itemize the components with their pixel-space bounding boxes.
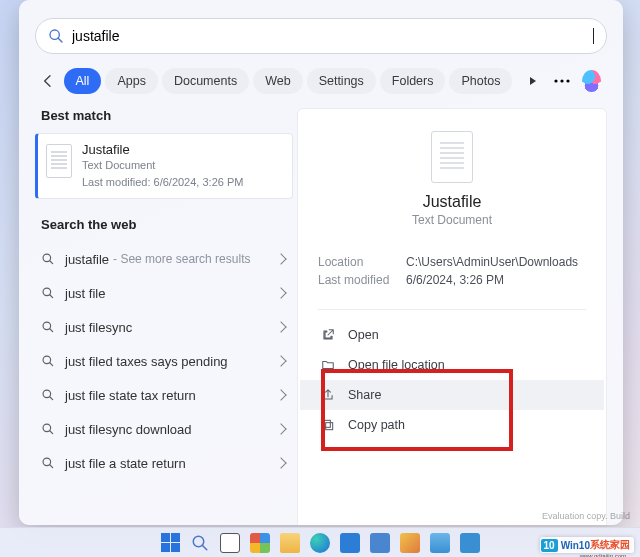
taskbar-explorer-button[interactable]	[279, 532, 301, 554]
folder-icon	[318, 358, 338, 372]
share-icon	[318, 388, 338, 402]
web-result-just-file[interactable]: just file	[35, 276, 293, 310]
filter-photos[interactable]: Photos	[449, 68, 512, 94]
svg-rect-20	[323, 420, 330, 427]
results-content: Best match Justafile Text Document Last …	[35, 108, 607, 525]
action-open[interactable]: Open	[300, 320, 604, 350]
preview-header: Justafile Text Document	[298, 131, 606, 227]
search-box[interactable]	[35, 18, 607, 54]
action-copy-path[interactable]: Copy path	[300, 410, 604, 440]
taskbar-app4-button[interactable]	[459, 532, 481, 554]
filter-documents[interactable]: Documents	[162, 68, 249, 94]
folder-icon	[280, 533, 300, 553]
filter-more-button[interactable]	[522, 69, 543, 93]
search-icon	[48, 28, 64, 44]
search-icon	[41, 388, 55, 402]
chevron-right-icon	[275, 355, 286, 366]
search-icon	[41, 252, 55, 266]
svg-line-14	[50, 397, 53, 400]
store-icon	[340, 533, 360, 553]
preview-meta: Location C:\Users\AdminUser\Downloads La…	[318, 255, 586, 310]
edge-icon	[310, 533, 330, 553]
web-result-hint: - See more search results	[113, 252, 250, 266]
svg-line-12	[50, 363, 53, 366]
chevron-right-icon	[275, 457, 286, 468]
evaluation-watermark: Evaluation copy. Build	[542, 511, 630, 523]
filter-folders[interactable]: Folders	[380, 68, 446, 94]
best-match-text: Justafile Text Document Last modified: 6…	[82, 142, 243, 190]
web-result-state-tax[interactable]: just file state tax return	[35, 378, 293, 412]
widgets-icon	[250, 533, 270, 553]
svg-line-1	[58, 38, 62, 42]
web-result-label: just file a state return	[65, 456, 186, 471]
filter-web[interactable]: Web	[253, 68, 302, 94]
web-result-justafile[interactable]: justafile - See more search results	[35, 242, 293, 276]
chevron-right-icon	[275, 287, 286, 298]
svg-line-22	[202, 545, 207, 550]
taskview-icon	[220, 533, 240, 553]
filter-all[interactable]: All	[64, 68, 102, 94]
web-result-just-filesync[interactable]: just filesync	[35, 310, 293, 344]
web-result-label: justafile	[65, 252, 109, 267]
action-copy-path-label: Copy path	[348, 418, 405, 432]
svg-point-4	[566, 79, 569, 82]
preview-title: Justafile	[314, 193, 590, 211]
web-result-state-return[interactable]: just file a state return	[35, 446, 293, 480]
taskbar-search-button[interactable]	[189, 532, 211, 554]
preview-actions: Open Open file location Share	[298, 320, 606, 440]
app-icon	[400, 533, 420, 553]
web-result-label: just filed taxes says pending	[65, 354, 228, 369]
web-result-label: just file	[65, 286, 105, 301]
taskbar-taskview-button[interactable]	[219, 532, 241, 554]
chevron-right-icon	[275, 389, 286, 400]
best-match-title: Justafile	[82, 142, 243, 157]
action-share[interactable]: Share	[300, 380, 604, 410]
taskbar-app3-button[interactable]	[429, 532, 451, 554]
svg-point-3	[560, 79, 563, 82]
svg-line-8	[50, 295, 53, 298]
search-input[interactable]	[72, 28, 595, 44]
web-result-label: just file state tax return	[65, 388, 196, 403]
app-icon	[430, 533, 450, 553]
search-icon	[41, 286, 55, 300]
windows-logo-icon	[161, 533, 180, 552]
taskbar-start-button[interactable]	[159, 532, 181, 554]
action-open-location-label: Open file location	[348, 358, 445, 372]
back-button[interactable]	[37, 68, 60, 94]
taskbar-edge-button[interactable]	[309, 532, 331, 554]
action-open-label: Open	[348, 328, 379, 342]
meta-location-value: C:\Users\AdminUser\Downloads	[406, 255, 578, 269]
preview-panel: Justafile Text Document Location C:\User…	[297, 108, 607, 525]
best-match-item[interactable]: Justafile Text Document Last modified: 6…	[35, 133, 293, 199]
filter-row: All Apps Documents Web Settings Folders …	[37, 68, 603, 94]
copilot-icon[interactable]	[582, 70, 601, 92]
section-search-web: Search the web	[41, 217, 293, 232]
web-result-taxes-pending[interactable]: just filed taxes says pending	[35, 344, 293, 378]
filter-apps[interactable]: Apps	[105, 68, 158, 94]
open-icon	[318, 328, 338, 342]
action-share-label: Share	[348, 388, 381, 402]
text-document-icon	[431, 131, 473, 183]
taskbar-store-button[interactable]	[339, 532, 361, 554]
overflow-menu-button[interactable]	[551, 69, 572, 93]
search-icon	[41, 354, 55, 368]
svg-line-10	[50, 329, 53, 332]
results-left: Best match Justafile Text Document Last …	[35, 108, 297, 525]
svg-line-18	[50, 465, 53, 468]
web-result-label: just filesync download	[65, 422, 191, 437]
svg-line-16	[50, 431, 53, 434]
app-icon	[370, 533, 390, 553]
web-result-label: just filesync	[65, 320, 132, 335]
taskbar-app2-button[interactable]	[399, 532, 421, 554]
text-caret	[593, 28, 594, 44]
search-icon	[191, 534, 209, 552]
svg-line-6	[50, 261, 53, 264]
taskbar-widgets-button[interactable]	[249, 532, 271, 554]
action-open-file-location[interactable]: Open file location	[300, 350, 604, 380]
taskbar-app1-button[interactable]	[369, 532, 391, 554]
section-best-match: Best match	[41, 108, 293, 123]
web-result-filesync-download[interactable]: just filesync download	[35, 412, 293, 446]
preview-type: Text Document	[314, 213, 590, 227]
chevron-right-icon	[275, 423, 286, 434]
filter-settings[interactable]: Settings	[307, 68, 376, 94]
